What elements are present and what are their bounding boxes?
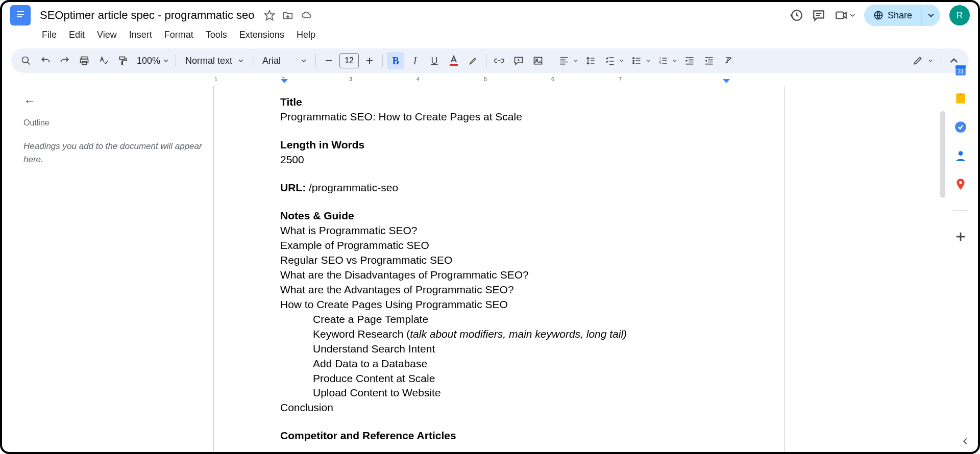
maps-icon[interactable] — [954, 178, 967, 191]
svg-rect-15 — [369, 58, 370, 64]
line-spacing-icon[interactable] — [582, 52, 599, 69]
increase-font-icon[interactable] — [361, 52, 378, 69]
menu-edit[interactable]: Edit — [64, 27, 90, 43]
share-button[interactable]: Share — [864, 10, 921, 21]
menu-file[interactable]: File — [37, 27, 62, 43]
horizontal-ruler[interactable]: 1 2 3 4 5 6 7 — [214, 76, 978, 85]
insert-image-icon[interactable] — [529, 52, 547, 69]
doc-text: What are the Advantages of Programmatic … — [280, 283, 718, 297]
meet-icon[interactable] — [835, 9, 855, 22]
calendar-icon[interactable]: 31 — [954, 63, 967, 77]
document-page[interactable]: Title Programmatic SEO: How to Create Pa… — [213, 86, 785, 454]
keep-icon[interactable] — [954, 92, 967, 105]
vertical-scrollbar[interactable] — [940, 111, 945, 198]
paragraph-style-dropdown[interactable]: Normal text — [180, 56, 249, 66]
menu-insert[interactable]: Insert — [124, 27, 157, 43]
doc-text: Example of Programmatic SEO — [280, 238, 718, 253]
account-avatar[interactable]: R — [949, 5, 970, 26]
bulleted-list-icon[interactable] — [628, 52, 645, 69]
doc-text: Produce Content at Scale — [280, 371, 718, 386]
svg-point-20 — [633, 60, 634, 62]
svg-rect-13 — [326, 60, 332, 61]
decrease-indent-icon[interactable] — [681, 52, 698, 69]
indent-marker-right[interactable] — [723, 79, 730, 85]
bold-button[interactable]: B — [387, 52, 404, 69]
svg-point-19 — [633, 58, 634, 59]
doc-text: 2500 — [280, 153, 718, 167]
menu-format[interactable]: Format — [159, 27, 199, 43]
side-panel: 31 — [945, 53, 976, 450]
numbered-list-icon[interactable]: 123 — [654, 52, 672, 69]
undo-icon[interactable] — [37, 52, 54, 69]
indent-marker-left[interactable] — [281, 79, 288, 85]
svg-rect-1 — [17, 11, 24, 12]
font-size-input[interactable]: 12 — [339, 53, 359, 68]
text-color-button[interactable] — [445, 52, 462, 69]
svg-rect-6 — [836, 12, 843, 19]
doc-text: Create a Page Template — [280, 312, 718, 327]
insert-link-icon[interactable] — [491, 52, 508, 69]
cloud-icon[interactable] — [301, 10, 313, 21]
underline-button[interactable]: U — [426, 52, 443, 69]
doc-text: Understand Search Intent — [280, 342, 718, 357]
svg-marker-4 — [264, 11, 274, 20]
doc-text: Programmatic SEO: How to Create Pages at… — [280, 110, 718, 124]
share-button-group: Share — [864, 5, 940, 26]
docs-logo[interactable] — [10, 5, 31, 26]
svg-rect-17 — [534, 57, 542, 64]
side-panel-expand-icon[interactable] — [962, 438, 969, 445]
star-icon[interactable] — [264, 10, 275, 21]
add-addon-icon[interactable] — [954, 230, 967, 243]
highlight-button[interactable] — [464, 52, 482, 69]
italic-button[interactable]: I — [406, 52, 424, 69]
outline-heading: Outline — [23, 118, 203, 128]
svg-rect-2 — [17, 14, 24, 15]
svg-point-8 — [22, 57, 29, 63]
zoom-dropdown[interactable]: 100% — [134, 56, 172, 66]
move-icon[interactable] — [282, 10, 293, 21]
checklist-icon[interactable] — [601, 52, 619, 69]
redo-icon[interactable] — [56, 52, 74, 69]
print-icon[interactable] — [76, 52, 93, 69]
outline-panel: ← Outline Headings you add to the docume… — [13, 86, 213, 450]
share-dropdown[interactable] — [921, 5, 940, 26]
doc-text: Regular SEO vs Programmatic SEO — [280, 253, 718, 268]
increase-indent-icon[interactable] — [700, 52, 718, 69]
menu-view[interactable]: View — [92, 27, 122, 43]
menu-help[interactable]: Help — [291, 27, 321, 43]
doc-heading: Notes & Guide — [280, 209, 718, 223]
svg-point-34 — [959, 181, 962, 184]
globe-icon — [873, 10, 884, 20]
tasks-icon[interactable] — [954, 120, 967, 134]
paint-format-icon[interactable] — [114, 52, 132, 69]
font-dropdown[interactable]: Arial — [257, 56, 311, 66]
svg-text:31: 31 — [958, 68, 964, 74]
history-icon[interactable] — [790, 9, 803, 22]
comments-icon[interactable] — [812, 9, 825, 22]
doc-text: Conclusion — [280, 400, 718, 415]
svg-rect-16 — [450, 64, 458, 66]
doc-text: What are the Disadvantages of Programmat… — [280, 268, 718, 283]
decrease-font-icon[interactable] — [320, 52, 337, 69]
menu-bar: File Edit View Insert Format Tools Exten… — [2, 24, 978, 45]
align-dropdown[interactable] — [555, 52, 573, 69]
svg-point-33 — [959, 151, 963, 156]
doc-text: Add Data to a Database — [280, 357, 718, 371]
editing-mode-dropdown[interactable] — [909, 52, 926, 69]
outline-back-icon[interactable]: ← — [23, 94, 203, 108]
toolbar: 100% Normal text Arial 12 B I U 123 — [11, 48, 969, 73]
doc-heading: Length in Words — [280, 138, 718, 153]
add-comment-icon[interactable] — [510, 52, 527, 69]
doc-text: URL: /programmatic-seo — [280, 181, 718, 195]
clear-formatting-icon[interactable] — [720, 52, 737, 69]
vertical-ruler[interactable] — [4, 86, 13, 450]
search-icon[interactable] — [17, 52, 35, 69]
spellcheck-icon[interactable] — [95, 52, 112, 69]
document-title[interactable]: SEOptimer article spec - programmatic se… — [37, 8, 258, 23]
menu-tools[interactable]: Tools — [201, 27, 232, 43]
contacts-icon[interactable] — [954, 149, 967, 162]
doc-text: What is Programmatic SEO? — [280, 223, 718, 238]
svg-rect-36 — [960, 233, 962, 241]
menu-extensions[interactable]: Extensions — [234, 27, 289, 43]
doc-text: Upload Content to Website — [280, 386, 718, 400]
